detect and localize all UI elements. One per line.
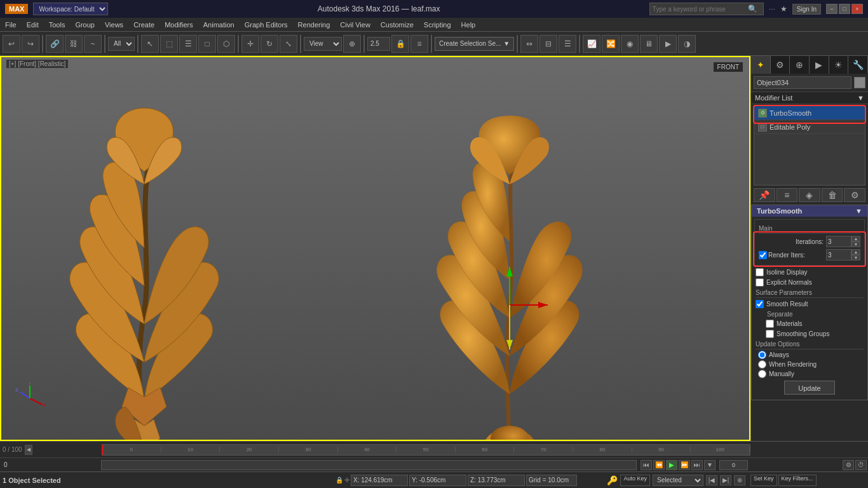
render-iters-down[interactable]: ▼ [851, 255, 860, 261]
menu-help[interactable]: Help [456, 18, 481, 31]
turbosmooth-rollout-header[interactable]: TurboSmooth ▼ [752, 205, 867, 217]
smooth-result-checkbox[interactable] [756, 300, 764, 308]
cp-tab-display[interactable]: ☀ [829, 56, 849, 74]
object-color-box[interactable] [854, 77, 865, 88]
object-name-input[interactable] [754, 76, 851, 89]
scrubber-track[interactable] [101, 460, 637, 470]
create-selection-btn[interactable]: Create Selection Se... ▼ [435, 37, 514, 51]
iterations-up[interactable]: ▲ [851, 236, 860, 241]
selection-filter[interactable]: All [108, 37, 135, 51]
align-btn[interactable]: ⊟ [539, 35, 557, 53]
render-setup-btn[interactable]: 🖥 [640, 35, 658, 53]
always-radio[interactable] [758, 351, 766, 359]
menu-customize[interactable]: Customize [376, 18, 419, 31]
maximize-btn[interactable]: □ [839, 4, 850, 14]
render-iters-spinner[interactable]: ▲ ▼ [851, 249, 860, 261]
z-coord-field[interactable] [468, 475, 525, 486]
coord-system[interactable]: View [304, 37, 342, 51]
manually-radio[interactable] [758, 370, 766, 378]
close-btn[interactable]: × [851, 4, 863, 14]
prev-key-btn[interactable]: |◀ [706, 475, 717, 485]
rect-select-btn[interactable]: □ [198, 35, 216, 53]
frame-number-input[interactable] [719, 460, 748, 470]
cp-tab-motion[interactable]: ▶ [810, 56, 829, 74]
redo-btn[interactable]: ↪ [22, 35, 39, 53]
configure-btn[interactable]: ⚙ [844, 188, 865, 202]
set-key-btn[interactable]: Set Key [750, 475, 777, 486]
timeline-track[interactable]: 0 10 20 30 40 50 60 70 80 90 100 [102, 444, 750, 456]
iterations-input[interactable] [826, 236, 851, 247]
material-editor-btn[interactable]: ◉ [621, 35, 639, 53]
minimize-btn[interactable]: − [826, 4, 837, 14]
render-iters-input[interactable] [826, 249, 851, 261]
menu-graph-editors[interactable]: Graph Editors [240, 18, 293, 31]
spinner-mode-btn[interactable]: ≡ [410, 35, 428, 53]
menu-file[interactable]: File [0, 18, 22, 31]
x-coord-field[interactable] [351, 475, 408, 486]
lasso-select-btn[interactable]: ⬡ [217, 35, 235, 53]
grid-field[interactable] [526, 475, 577, 486]
select-link-btn[interactable]: 🔗 [46, 35, 64, 53]
modifier-editable-poly[interactable]: □ Editable Poly [754, 120, 865, 134]
time-config-btn[interactable]: ⏱ [855, 460, 867, 470]
cp-tab-modify[interactable]: ⚙ [771, 56, 790, 74]
move-btn[interactable]: ✛ [241, 35, 259, 53]
menu-animation[interactable]: Animation [198, 18, 240, 31]
use-pivot-btn[interactable]: ⊕ [343, 35, 361, 53]
render-btn[interactable]: ▶ [659, 35, 677, 53]
search-input[interactable] [653, 6, 748, 13]
show-end-result-btn[interactable]: ≡ [776, 188, 798, 202]
isoline-display-checkbox[interactable] [756, 268, 764, 276]
y-coord-field[interactable] [409, 475, 466, 486]
when-rendering-radio[interactable] [758, 360, 766, 369]
mirror-btn[interactable]: ⇔ [520, 35, 538, 53]
materials-checkbox[interactable] [766, 320, 774, 328]
selected-dropdown[interactable]: Selected [653, 475, 703, 486]
next-frame-btn[interactable]: ⏩ [679, 460, 690, 470]
cp-tab-utilities[interactable]: 🔧 [848, 56, 868, 74]
pin-stack-btn[interactable]: 📌 [754, 188, 775, 202]
cp-tab-create[interactable]: ✦ [751, 56, 771, 74]
sign-in-btn[interactable]: Sign In [792, 4, 821, 15]
update-button[interactable]: Update [784, 381, 835, 395]
menu-modifiers[interactable]: Modifiers [159, 18, 198, 31]
menu-edit[interactable]: Edit [22, 18, 44, 31]
auto-key-btn[interactable]: Auto Key [620, 475, 650, 486]
menu-rendering[interactable]: Rendering [293, 18, 336, 31]
modifier-turbosmooth[interactable]: ⚙ TurboSmooth [754, 106, 865, 120]
rotate-btn[interactable]: ↻ [261, 35, 278, 53]
menu-create[interactable]: Create [128, 18, 159, 31]
create-key-btn[interactable]: ⊕ [734, 475, 745, 485]
unlink-btn[interactable]: ⛓ [65, 35, 83, 53]
select-by-name-btn[interactable]: ☰ [179, 35, 197, 53]
go-to-end-btn[interactable]: ⏭ [691, 460, 703, 470]
make-unique-btn[interactable]: ◈ [799, 188, 820, 202]
timeline-arrow-left[interactable]: ◀ [25, 445, 32, 455]
smoothing-groups-checkbox[interactable] [766, 330, 774, 338]
key-mode-btn[interactable]: ⚙ [843, 460, 854, 470]
layer-manager-btn[interactable]: ☰ [559, 35, 576, 53]
schematic-btn[interactable]: 🔀 [602, 35, 620, 53]
play-btn[interactable]: ▶ [666, 460, 677, 470]
remove-modifier-btn[interactable]: 🗑 [822, 188, 843, 202]
modifier-editable-poly-icon[interactable]: □ [758, 123, 767, 132]
play-options-btn[interactable]: ▼ [704, 460, 715, 470]
active-shade-btn[interactable]: ◑ [678, 35, 696, 53]
undo-btn[interactable]: ↩ [3, 35, 20, 53]
scale-btn[interactable]: ⤡ [280, 35, 297, 53]
key-filters-btn[interactable]: Key Filters... [778, 475, 817, 486]
menu-civil-view[interactable]: Civil View [335, 18, 375, 31]
render-iters-up[interactable]: ▲ [851, 249, 860, 255]
curve-editor-btn[interactable]: 📈 [583, 35, 600, 53]
percent-field[interactable] [367, 37, 390, 51]
go-to-start-btn[interactable]: ⏮ [641, 460, 652, 470]
bind-space-warp-btn[interactable]: ~ [84, 35, 102, 53]
render-iters-checkbox[interactable] [759, 251, 767, 259]
workspace-select[interactable]: Workspace: Default [33, 3, 108, 15]
iterations-spinner[interactable]: ▲ ▼ [851, 236, 860, 247]
cp-tab-hierarchy[interactable]: ⊕ [790, 56, 810, 74]
menu-tools[interactable]: Tools [44, 18, 71, 31]
menu-views[interactable]: Views [100, 18, 128, 31]
menu-scripting[interactable]: Scripting [419, 18, 456, 31]
next-key-btn[interactable]: ▶| [720, 475, 731, 485]
